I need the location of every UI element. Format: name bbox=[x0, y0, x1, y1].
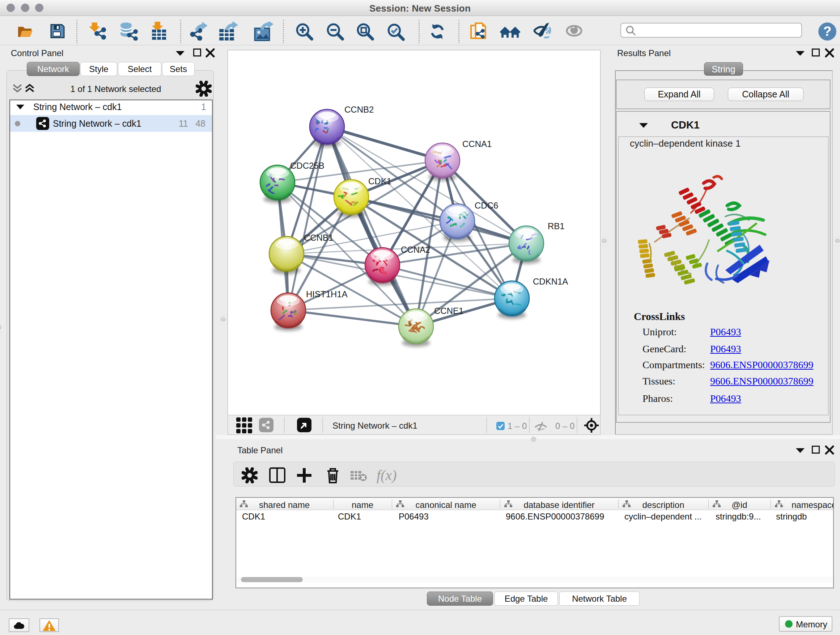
svg-text:CDK1: CDK1 bbox=[368, 176, 392, 186]
svg-text:HIST1H1A: HIST1H1A bbox=[306, 289, 347, 299]
svg-text:RB1: RB1 bbox=[548, 221, 565, 231]
svg-text:?: ? bbox=[823, 24, 832, 39]
svg-text:CDC6: CDC6 bbox=[475, 201, 498, 211]
svg-text:CCNA1: CCNA1 bbox=[462, 139, 492, 149]
svg-text:CDKN1A: CDKN1A bbox=[533, 277, 568, 287]
svg-text:CCNB1: CCNB1 bbox=[304, 233, 333, 242]
svg-text:CCNE1: CCNE1 bbox=[434, 306, 463, 316]
svg-text:CDC25B: CDC25B bbox=[290, 161, 325, 171]
svg-text:CCNB2: CCNB2 bbox=[344, 105, 374, 114]
svg-text:CCNA2: CCNA2 bbox=[401, 245, 430, 255]
